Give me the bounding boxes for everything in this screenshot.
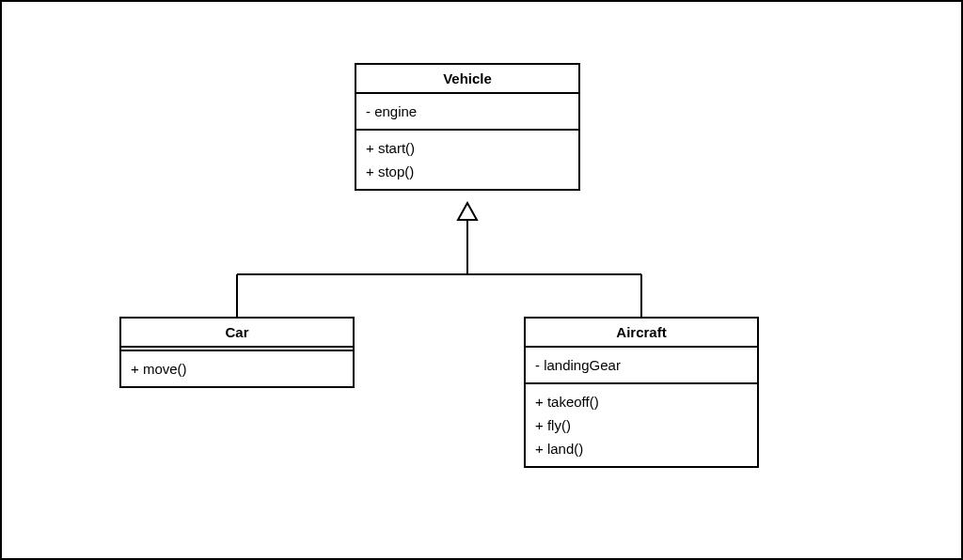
method: + move() (131, 357, 343, 381)
class-car-title: Car (121, 319, 353, 348)
class-aircraft-attributes: - landingGear (526, 348, 757, 384)
attribute: - landingGear (535, 353, 748, 377)
class-vehicle-attributes: - engine (356, 94, 578, 131)
attribute: - engine (366, 100, 569, 123)
method: + start() (366, 136, 569, 160)
method: + fly() (535, 413, 748, 437)
method: + stop() (366, 160, 569, 183)
class-aircraft-title: Aircraft (526, 319, 757, 348)
class-car: Car + move() (119, 317, 355, 388)
method: + land() (535, 437, 748, 460)
method: + takeoff() (535, 390, 748, 413)
class-vehicle-title: Vehicle (356, 65, 578, 94)
uml-class-diagram: Vehicle - engine + start() + stop() Car … (0, 0, 963, 560)
class-vehicle-methods: + start() + stop() (356, 131, 578, 189)
class-aircraft-methods: + takeoff() + fly() + land() (526, 384, 757, 466)
class-vehicle: Vehicle - engine + start() + stop() (355, 63, 580, 191)
class-aircraft: Aircraft - landingGear + takeoff() + fly… (524, 317, 759, 468)
svg-marker-0 (458, 203, 477, 220)
class-car-methods: + move() (121, 351, 353, 386)
